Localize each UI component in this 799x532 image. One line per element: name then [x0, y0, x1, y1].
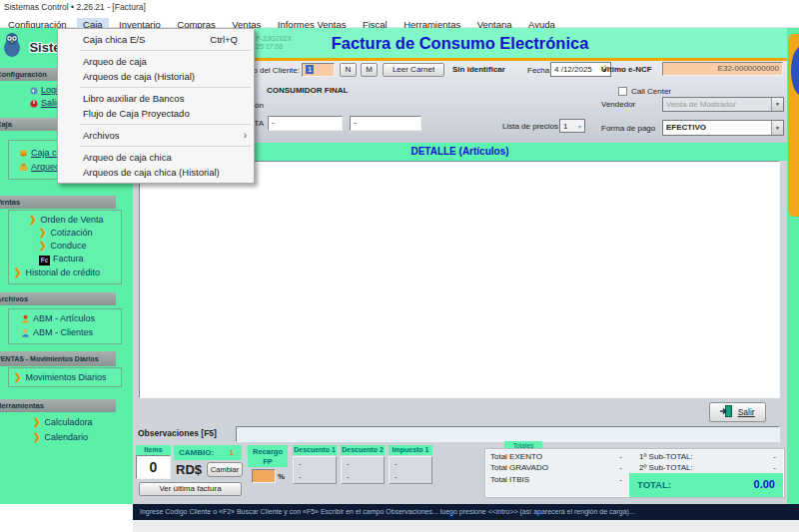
application-window: Sistemas Control • 2.26.21 - [Factura] C… — [0, 0, 799, 532]
call-center-label: Call Center — [631, 87, 671, 96]
call-center-checkbox[interactable] — [618, 87, 627, 96]
descuento2-header: Descuento 2 — [341, 445, 385, 455]
salir-button[interactable]: Salir — [709, 402, 766, 422]
chevron-icon: ❯ — [33, 432, 41, 442]
sidebar-item-calendario[interactable]: ❯Calendario — [33, 431, 88, 444]
menu-item-flujo-caja[interactable]: Flujo de Caja Proyectado — [58, 106, 254, 121]
window-bottom-edge — [133, 520, 799, 532]
total-label: TOTAL: — [637, 479, 671, 490]
tarjeta-input-2[interactable]: - — [350, 116, 421, 131]
cambio-header: CAMBIO: 1 — [174, 445, 242, 460]
archivos-panel: ABM - Artículos ABM - Clientes — [8, 308, 122, 344]
n-button[interactable]: N — [340, 63, 357, 77]
impuesto1-header: Impuesto 1 — [389, 445, 432, 455]
items-header: Items — [136, 445, 171, 455]
total-value: 0.00 — [754, 478, 775, 490]
menu-item-libro-auxiliar[interactable]: Libro auxiliar de Bancos — [58, 91, 254, 106]
menu-item-arqueos-caja-chica-historial[interactable]: Arqueos de caja chica (Historial) — [58, 165, 254, 180]
sidebar-item-historial-credito[interactable]: ❯Historial de crédito — [14, 266, 100, 279]
menu-separator — [80, 146, 251, 147]
currency-label: RD$ — [176, 462, 202, 477]
chevron-icon: ❯ — [14, 372, 22, 382]
sidebar-item-cotizacion[interactable]: ❯Cotización — [39, 227, 93, 240]
chevron-icon: ❯ — [14, 267, 22, 277]
tarjeta-input-1[interactable]: - — [268, 116, 343, 131]
vendedor-label: Vendedor — [601, 100, 635, 109]
descuento1-values: - - — [293, 456, 337, 484]
client-person-icon — [21, 328, 30, 337]
cliente-input[interactable]: 1 — [302, 63, 335, 77]
sidebar-item-conduce[interactable]: ❯Conduce — [39, 240, 87, 253]
dropdown-arrow-icon[interactable]: ▼ — [771, 98, 783, 111]
chevron-icon: ❯ — [29, 215, 37, 225]
ventas-panel: ❯Orden de Venta ❯Cotización ❯Conduce FcF… — [8, 210, 122, 284]
shortcut-label: Ctrl+Q — [210, 32, 238, 47]
menu-separator — [80, 50, 251, 51]
vendedor-select[interactable]: Venta de Mostrador ▼ — [662, 97, 784, 112]
menu-item-arqueo-de-caja[interactable]: Arqueo de caja — [58, 54, 254, 69]
movimientos-panel: ❯Movimientos Diarios — [8, 367, 122, 387]
descuento2-values: - - — [341, 456, 385, 484]
ultimo-encf-value: E32-0000000000 — [662, 62, 783, 76]
menu-separator — [80, 87, 251, 88]
leer-carnet-button[interactable]: Leer Carnet — [383, 63, 444, 77]
window-title: Sistemas Control • 2.26.21 - [Factura] — [0, 0, 799, 14]
forma-pago-select[interactable]: EFECTIVO ▼ — [662, 120, 784, 136]
menu-item-arqueos-historial[interactable]: Arqueos de caja (Historial) — [58, 69, 254, 84]
sidebar-item-factura[interactable]: FcFactura — [39, 253, 84, 266]
section-header-ventas: Ventas — [0, 196, 116, 209]
items-count: 0 — [136, 455, 171, 479]
m-button[interactable]: M — [361, 63, 378, 77]
cambiar-button[interactable]: Cambiar — [207, 462, 243, 477]
menu-separator — [80, 124, 251, 125]
section-header-herramientas: Herramientas — [0, 399, 116, 412]
chevron-icon: ❯ — [33, 417, 41, 427]
chevron-icon: ❯ — [39, 228, 47, 238]
ver-ultima-factura-button[interactable]: Ver última factura — [139, 482, 242, 496]
recargo-header: Recargo FP — [248, 445, 288, 467]
herramientas-panel: ❯Calculadora ❯Calendario — [8, 413, 122, 449]
sidebar-item-movimientos-diarios[interactable]: ❯Movimientos Diarios — [14, 371, 107, 384]
sidebar-item-salir[interactable]: Salir — [30, 97, 59, 110]
totales-box: Total EXENTO - Total GRAVADO - Total ITB… — [485, 449, 784, 497]
factura-icon: Fc — [39, 256, 50, 266]
caja-dropdown-menu: Caja chica E/S Ctrl+Q Arqueo de caja Arq… — [57, 28, 255, 184]
status-bar: Ingrese Codigo Cliente o «F2» Buscar Cli… — [133, 504, 799, 520]
lista-precios-select[interactable]: 1 ▾ — [559, 119, 585, 133]
section-header-archivos: Archivos — [0, 292, 116, 305]
forma-pago-label: Forma de pago — [601, 124, 655, 133]
cambio-value: 1 — [230, 445, 234, 460]
sidebar-item-calculadora[interactable]: ❯Calculadora — [33, 416, 93, 429]
coins-icon — [19, 149, 28, 158]
sidebar-item-abm-clientes[interactable]: ABM - Clientes — [21, 326, 93, 339]
owl-logo-icon — [2, 32, 22, 58]
cash-register-icon — [19, 163, 28, 172]
articles-person-icon — [21, 314, 30, 323]
submenu-arrow-icon: › — [244, 128, 247, 143]
ultimo-encf-label: Último e-NCF — [601, 65, 652, 74]
small-arrow-icon: ▾ — [578, 123, 581, 130]
recargo-pct-label: % — [278, 472, 285, 481]
right-side-strip — [787, 28, 799, 504]
menubar: Configuración Caja Inventario Compras Ve… — [0, 14, 799, 28]
exit-door-icon — [720, 405, 732, 417]
right-blue-circle-icon — [791, 46, 799, 96]
fecha-label: Fecha — [527, 66, 549, 75]
total-row: TOTAL: 0.00 — [629, 473, 783, 497]
impuesto1-values: - - — [389, 456, 432, 484]
observaciones-label: Observaciones [F5] — [138, 428, 217, 438]
consumidor-final-label: CONSUMIDOR FINAL — [267, 86, 348, 95]
recargo-input[interactable] — [252, 469, 276, 483]
section-header-movimientos: VENTAS - Movimientos Diarios — [0, 351, 116, 366]
dropdown-arrow-icon[interactable]: ▼ — [771, 121, 783, 135]
chevron-icon: ❯ — [39, 241, 47, 251]
menu-item-caja-chica-es[interactable]: Caja chica E/S Ctrl+Q — [58, 32, 254, 47]
menu-item-archivos[interactable]: Archivos › — [58, 128, 254, 143]
sidebar-item-abm-articulos[interactable]: ABM - Artículos — [21, 312, 95, 325]
articles-detail-grid — [139, 161, 780, 398]
observaciones-input[interactable] — [236, 426, 780, 442]
right-orange-panel — [788, 34, 799, 217]
sidebar-item-orden-de-venta[interactable]: ❯Orden de Venta — [29, 214, 104, 227]
descuento1-header: Descuento 1 — [293, 445, 337, 455]
menu-item-arqueo-caja-chica[interactable]: Arqueo de caja chica — [58, 150, 254, 165]
